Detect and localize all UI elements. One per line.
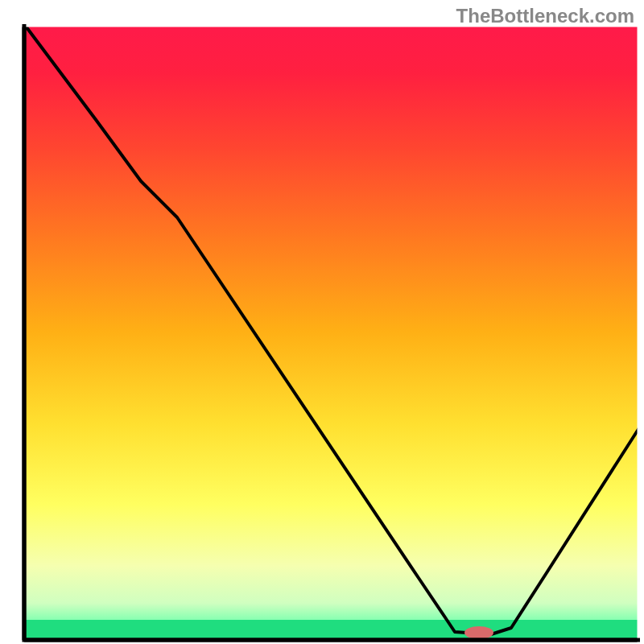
chart-background [24, 24, 640, 640]
chart-container: TheBottleneck.com [0, 0, 644, 644]
chart-svg [0, 0, 644, 644]
green-band [24, 620, 640, 640]
optimal-marker [464, 626, 493, 639]
watermark-text: TheBottleneck.com [456, 5, 634, 27]
